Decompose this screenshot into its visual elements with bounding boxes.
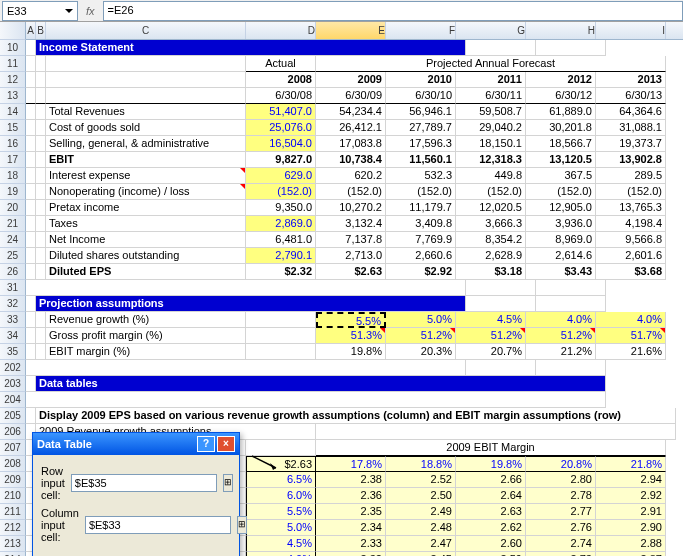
cell-value[interactable]: 18,150.1: [456, 136, 526, 152]
dt-value[interactable]: 2.49: [386, 504, 456, 520]
dt-value[interactable]: 2.60: [456, 536, 526, 552]
dt-value[interactable]: 2.90: [596, 520, 666, 536]
line-label[interactable]: EBIT: [46, 152, 246, 168]
cell-value[interactable]: 59,508.7: [456, 104, 526, 120]
cell-value[interactable]: $3.68: [596, 264, 666, 280]
col-input-cell[interactable]: [85, 516, 231, 534]
row-header[interactable]: 34: [0, 328, 26, 344]
cell-value[interactable]: 11,179.7: [386, 200, 456, 216]
cell-value[interactable]: 12,905.0: [526, 200, 596, 216]
actual-header[interactable]: Actual: [246, 56, 316, 72]
cell-value[interactable]: 26,412.1: [316, 120, 386, 136]
line-label[interactable]: Pretax income: [46, 200, 246, 216]
row-header[interactable]: 213: [0, 536, 26, 552]
cell-value[interactable]: 2,614.6: [526, 248, 596, 264]
help-icon[interactable]: ?: [197, 436, 215, 452]
line-label[interactable]: Selling, general, & administrative: [46, 136, 246, 152]
section-header[interactable]: Income Statement: [36, 40, 466, 56]
cell-value[interactable]: (152.0): [596, 184, 666, 200]
row-header[interactable]: 211: [0, 504, 26, 520]
dt-value[interactable]: 2.66: [456, 472, 526, 488]
fx-icon[interactable]: fx: [86, 5, 95, 17]
cell-value[interactable]: 17,083.8: [316, 136, 386, 152]
cell-value[interactable]: 31,088.1: [596, 120, 666, 136]
dt-value[interactable]: 2.35: [316, 504, 386, 520]
dt-value[interactable]: 2.76: [526, 520, 596, 536]
line-label[interactable]: Gross profit margin (%): [46, 328, 246, 344]
cell-value[interactable]: 12,318.3: [456, 152, 526, 168]
cell-value[interactable]: [246, 344, 316, 360]
row-header[interactable]: 32: [0, 296, 26, 312]
col-header[interactable]: F: [386, 22, 456, 39]
cell-value[interactable]: 13,902.8: [596, 152, 666, 168]
cell-value[interactable]: 289.5: [596, 168, 666, 184]
dt-value[interactable]: 2.36: [316, 488, 386, 504]
name-box[interactable]: E33: [2, 1, 78, 21]
cell-value[interactable]: 10,270.2: [316, 200, 386, 216]
cell-value[interactable]: 56,946.1: [386, 104, 456, 120]
cell-value[interactable]: 30,201.8: [526, 120, 596, 136]
cell-value[interactable]: 9,827.0: [246, 152, 316, 168]
dt-value[interactable]: 2.62: [456, 520, 526, 536]
dt-value[interactable]: 2.47: [386, 536, 456, 552]
row-header[interactable]: 203: [0, 376, 26, 392]
cell-value[interactable]: (152.0): [316, 184, 386, 200]
col-header[interactable]: D: [246, 22, 316, 39]
dt-value[interactable]: 2.33: [316, 536, 386, 552]
dt-value[interactable]: 2.92: [596, 488, 666, 504]
dt-row-header[interactable]: 4.0%: [246, 552, 316, 556]
cell-value[interactable]: $2.92: [386, 264, 456, 280]
dt-value[interactable]: 2.52: [386, 472, 456, 488]
cell-value[interactable]: 19,373.7: [596, 136, 666, 152]
row-header[interactable]: 212: [0, 520, 26, 536]
dt-value[interactable]: 2.88: [596, 536, 666, 552]
cell-value[interactable]: 13,120.5: [526, 152, 596, 168]
cell-value[interactable]: 54,234.4: [316, 104, 386, 120]
dt-value[interactable]: 2.63: [456, 504, 526, 520]
row-header[interactable]: 16: [0, 136, 26, 152]
line-label[interactable]: Interest expense: [46, 168, 246, 184]
cell-value[interactable]: 4.5%: [456, 312, 526, 328]
line-label[interactable]: Diluted shares outstanding: [46, 248, 246, 264]
dt-row-header[interactable]: 4.5%: [246, 536, 316, 552]
cell-value[interactable]: 4.0%: [526, 312, 596, 328]
cell-value[interactable]: 7,769.9: [386, 232, 456, 248]
cell-value[interactable]: 8,969.0: [526, 232, 596, 248]
col-header[interactable]: G: [456, 22, 526, 39]
dt-col-header[interactable]: 20.8%: [526, 456, 596, 472]
line-label[interactable]: Net Income: [46, 232, 246, 248]
dt-col-header[interactable]: 19.8%: [456, 456, 526, 472]
dt-row-header[interactable]: 6.5%: [246, 472, 316, 488]
row-input-cell[interactable]: [71, 474, 217, 492]
cell-value[interactable]: 16,504.0: [246, 136, 316, 152]
dt-value[interactable]: 2.77: [526, 504, 596, 520]
cell-value[interactable]: 51.2%: [526, 328, 596, 344]
line-label[interactable]: Cost of goods sold: [46, 120, 246, 136]
cell-value[interactable]: 2,628.9: [456, 248, 526, 264]
cell-value[interactable]: (152.0): [526, 184, 596, 200]
cell-value[interactable]: 3,132.4: [316, 216, 386, 232]
row-header[interactable]: 206: [0, 424, 26, 440]
cell-value[interactable]: 5.5%: [316, 312, 386, 328]
range-picker-icon[interactable]: ⊞: [223, 474, 233, 492]
cell-value[interactable]: 9,350.0: [246, 200, 316, 216]
cell-value[interactable]: $3.18: [456, 264, 526, 280]
row-header[interactable]: 18: [0, 168, 26, 184]
line-label[interactable]: Nonoperating (income) / loss: [46, 184, 246, 200]
range-picker-icon[interactable]: ⊞: [237, 516, 247, 534]
cell-value[interactable]: 51.2%: [456, 328, 526, 344]
dt-value[interactable]: 2.94: [596, 472, 666, 488]
cell-value[interactable]: 367.5: [526, 168, 596, 184]
section-header[interactable]: Projection assumptions: [36, 296, 466, 312]
row-header[interactable]: 13: [0, 88, 26, 104]
cell-value[interactable]: [246, 312, 316, 328]
cell-value[interactable]: 2,790.1: [246, 248, 316, 264]
row-header[interactable]: 17: [0, 152, 26, 168]
dt-value[interactable]: 2.80: [526, 472, 596, 488]
dt-col-header[interactable]: 18.8%: [386, 456, 456, 472]
cell-value[interactable]: 2,660.6: [386, 248, 456, 264]
projected-header[interactable]: Projected Annual Forecast: [316, 56, 666, 72]
row-header[interactable]: 33: [0, 312, 26, 328]
cell-value[interactable]: 64,364.6: [596, 104, 666, 120]
cell-value[interactable]: 25,076.0: [246, 120, 316, 136]
